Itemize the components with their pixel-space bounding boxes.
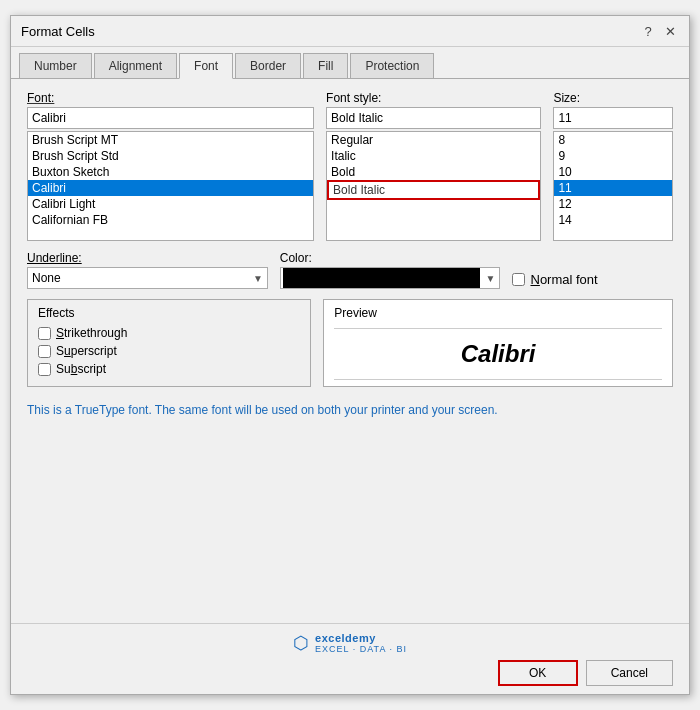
superscript-checkbox[interactable]: [38, 345, 51, 358]
size-listbox[interactable]: 8 9 10 11 12 14: [553, 131, 673, 241]
close-button[interactable]: ✕: [661, 22, 679, 40]
tab-font[interactable]: Font: [179, 53, 233, 79]
effects-title: Effects: [38, 306, 300, 320]
font-item-3[interactable]: Buxton Sketch: [28, 164, 313, 180]
font-column: Font: Brush Script MT Brush Script Std B…: [27, 91, 314, 241]
style-column: Font style: Regular Italic Bold Bold Ita…: [326, 91, 541, 241]
format-cells-dialog: Format Cells ? ✕ Number Alignment Font B…: [10, 15, 690, 695]
underline-arrow-icon: ▼: [253, 273, 263, 284]
subscript-label: Subscript: [56, 362, 106, 376]
tab-protection[interactable]: Protection: [350, 53, 434, 78]
effects-preview-row: Effects Strikethrough Superscript Subscr…: [27, 299, 673, 387]
underline-row: Underline: None ▼ Color: ▼ Normal font: [27, 251, 673, 289]
normalfont-column: Normal font: [512, 272, 673, 289]
color-label: Color:: [280, 251, 501, 265]
underline-column: Underline: None ▼: [27, 251, 268, 289]
tab-alignment[interactable]: Alignment: [94, 53, 177, 78]
preview-text: Calibri: [334, 328, 662, 380]
color-select[interactable]: ▼: [280, 267, 501, 289]
underline-label: Underline:: [27, 251, 268, 265]
style-item-4[interactable]: Bold Italic: [327, 180, 540, 200]
size-item-3[interactable]: 10: [554, 164, 672, 180]
font-item-6[interactable]: Californian FB: [28, 212, 313, 228]
subscript-checkbox[interactable]: [38, 363, 51, 376]
title-controls: ? ✕: [639, 22, 679, 40]
superscript-row: Superscript: [38, 344, 300, 358]
tab-bar: Number Alignment Font Border Fill Protec…: [11, 47, 689, 79]
font-item-5[interactable]: Calibri Light: [28, 196, 313, 212]
style-item-1[interactable]: Regular: [327, 132, 540, 148]
style-listbox[interactable]: Regular Italic Bold Bold Italic: [326, 131, 541, 241]
size-input[interactable]: [553, 107, 673, 129]
size-label: Size:: [553, 91, 673, 105]
style-item-3[interactable]: Bold: [327, 164, 540, 180]
title-bar: Format Cells ? ✕: [11, 16, 689, 47]
tab-content: Font: Brush Script MT Brush Script Std B…: [11, 79, 689, 623]
font-item-1[interactable]: Brush Script MT: [28, 132, 313, 148]
exceldemy-icon: ⬡: [293, 632, 309, 654]
footer: ⬡ exceldemy EXCEL · DATA · BI OK Cancel: [11, 623, 689, 694]
ok-button[interactable]: OK: [498, 660, 578, 686]
tab-fill[interactable]: Fill: [303, 53, 348, 78]
tab-border[interactable]: Border: [235, 53, 301, 78]
footer-brand-name: exceldemy: [315, 632, 407, 644]
size-item-1[interactable]: 8: [554, 132, 672, 148]
strikethrough-checkbox[interactable]: [38, 327, 51, 340]
strikethrough-label: Strikethrough: [56, 326, 127, 340]
normal-font-label: Normal font: [530, 272, 597, 287]
size-column: Size: 8 9 10 11 12 14: [553, 91, 673, 241]
font-input[interactable]: [27, 107, 314, 129]
font-label: Font:: [27, 91, 314, 105]
size-item-6[interactable]: 14: [554, 212, 672, 228]
underline-value: None: [32, 271, 61, 285]
font-item-2[interactable]: Brush Script Std: [28, 148, 313, 164]
help-button[interactable]: ?: [639, 22, 657, 40]
cancel-button[interactable]: Cancel: [586, 660, 673, 686]
normal-font-checkbox[interactable]: [512, 273, 525, 286]
subscript-row: Subscript: [38, 362, 300, 376]
info-text: This is a TrueType font. The same font w…: [27, 403, 673, 417]
superscript-label: Superscript: [56, 344, 117, 358]
top-fields-row: Font: Brush Script MT Brush Script Std B…: [27, 91, 673, 241]
style-input[interactable]: [326, 107, 541, 129]
style-label: Font style:: [326, 91, 541, 105]
font-item-4[interactable]: Calibri: [28, 180, 313, 196]
footer-brand-sub: EXCEL · DATA · BI: [315, 644, 407, 654]
color-arrow-icon: ▼: [482, 273, 500, 284]
underline-select[interactable]: None ▼: [27, 267, 268, 289]
color-swatch: [283, 268, 480, 288]
dialog-title: Format Cells: [21, 24, 95, 39]
preview-title: Preview: [334, 306, 662, 320]
footer-logo: ⬡ exceldemy EXCEL · DATA · BI: [293, 632, 407, 654]
tab-number[interactable]: Number: [19, 53, 92, 78]
footer-buttons: OK Cancel: [498, 660, 673, 686]
size-item-2[interactable]: 9: [554, 148, 672, 164]
preview-box: Preview Calibri: [323, 299, 673, 387]
strikethrough-row: Strikethrough: [38, 326, 300, 340]
footer-brand: exceldemy EXCEL · DATA · BI: [315, 632, 407, 654]
style-item-2[interactable]: Italic: [327, 148, 540, 164]
size-item-4[interactable]: 11: [554, 180, 672, 196]
size-item-5[interactable]: 12: [554, 196, 672, 212]
color-column: Color: ▼: [280, 251, 501, 289]
effects-box: Effects Strikethrough Superscript Subscr…: [27, 299, 311, 387]
font-listbox[interactable]: Brush Script MT Brush Script Std Buxton …: [27, 131, 314, 241]
